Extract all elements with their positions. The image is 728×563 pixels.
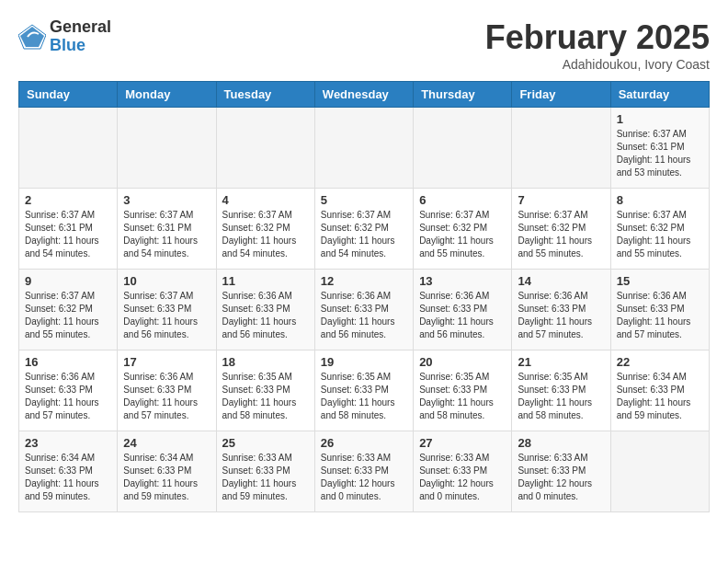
day-number: 28	[518, 436, 604, 450]
calendar-cell	[512, 108, 610, 189]
day-info: Sunrise: 6:33 AM Sunset: 6:33 PM Dayligh…	[321, 452, 407, 503]
svg-marker-0	[20, 27, 44, 47]
calendar-cell	[314, 108, 413, 189]
day-info: Sunrise: 6:36 AM Sunset: 6:33 PM Dayligh…	[419, 290, 506, 341]
day-info: Sunrise: 6:34 AM Sunset: 6:33 PM Dayligh…	[25, 452, 111, 503]
day-info: Sunrise: 6:37 AM Sunset: 6:33 PM Dayligh…	[123, 290, 210, 341]
day-info: Sunrise: 6:37 AM Sunset: 6:31 PM Dayligh…	[123, 209, 210, 260]
logo: General Blue	[18, 18, 111, 55]
day-info: Sunrise: 6:37 AM Sunset: 6:32 PM Dayligh…	[222, 209, 309, 260]
day-number: 1	[617, 112, 703, 126]
day-info: Sunrise: 6:37 AM Sunset: 6:32 PM Dayligh…	[617, 209, 703, 260]
day-number: 18	[222, 355, 309, 369]
calendar-cell: 11Sunrise: 6:36 AM Sunset: 6:33 PM Dayli…	[216, 270, 314, 350]
day-info: Sunrise: 6:37 AM Sunset: 6:32 PM Dayligh…	[518, 209, 604, 260]
day-number: 11	[222, 274, 309, 288]
calendar-cell	[19, 108, 118, 189]
weekday-header-tuesday: Tuesday	[216, 82, 314, 108]
day-info: Sunrise: 6:33 AM Sunset: 6:33 PM Dayligh…	[222, 452, 309, 503]
calendar-cell	[216, 108, 314, 189]
calendar-week-row: 1Sunrise: 6:37 AM Sunset: 6:31 PM Daylig…	[19, 108, 710, 189]
day-info: Sunrise: 6:36 AM Sunset: 6:33 PM Dayligh…	[617, 290, 703, 341]
day-info: Sunrise: 6:36 AM Sunset: 6:33 PM Dayligh…	[321, 290, 407, 341]
calendar-cell: 26Sunrise: 6:33 AM Sunset: 6:33 PM Dayli…	[314, 431, 413, 512]
weekday-header-row: SundayMondayTuesdayWednesdayThursdayFrid…	[19, 82, 710, 108]
day-number: 13	[419, 274, 506, 288]
day-number: 16	[25, 355, 111, 369]
calendar-cell: 16Sunrise: 6:36 AM Sunset: 6:33 PM Dayli…	[19, 350, 118, 431]
calendar-cell: 3Sunrise: 6:37 AM Sunset: 6:31 PM Daylig…	[118, 189, 216, 270]
day-number: 20	[419, 355, 506, 369]
day-number: 15	[617, 274, 703, 288]
day-number: 7	[518, 193, 604, 207]
calendar-cell: 1Sunrise: 6:37 AM Sunset: 6:31 PM Daylig…	[610, 108, 709, 189]
calendar-cell: 14Sunrise: 6:36 AM Sunset: 6:33 PM Dayli…	[512, 270, 610, 350]
calendar-cell: 8Sunrise: 6:37 AM Sunset: 6:32 PM Daylig…	[610, 189, 709, 270]
day-number: 27	[419, 436, 506, 450]
day-number: 2	[25, 193, 111, 207]
weekday-header-wednesday: Wednesday	[314, 82, 413, 108]
logo-blue: Blue	[50, 37, 111, 55]
calendar-cell: 24Sunrise: 6:34 AM Sunset: 6:33 PM Dayli…	[118, 431, 216, 512]
calendar-cell: 23Sunrise: 6:34 AM Sunset: 6:33 PM Dayli…	[19, 431, 118, 512]
day-number: 23	[25, 436, 111, 450]
day-info: Sunrise: 6:36 AM Sunset: 6:33 PM Dayligh…	[518, 290, 604, 341]
calendar-cell: 9Sunrise: 6:37 AM Sunset: 6:32 PM Daylig…	[19, 270, 118, 350]
calendar-week-row: 16Sunrise: 6:36 AM Sunset: 6:33 PM Dayli…	[19, 350, 710, 431]
logo-general: General	[50, 18, 111, 37]
weekday-header-saturday: Saturday	[610, 82, 709, 108]
calendar-cell: 17Sunrise: 6:36 AM Sunset: 6:33 PM Dayli…	[118, 350, 216, 431]
weekday-header-sunday: Sunday	[19, 82, 118, 108]
day-number: 22	[617, 355, 703, 369]
day-number: 17	[123, 355, 210, 369]
calendar-cell: 19Sunrise: 6:35 AM Sunset: 6:33 PM Dayli…	[314, 350, 413, 431]
calendar-cell: 13Sunrise: 6:36 AM Sunset: 6:33 PM Dayli…	[414, 270, 512, 350]
calendar-table: SundayMondayTuesdayWednesdayThursdayFrid…	[18, 81, 710, 512]
day-info: Sunrise: 6:37 AM Sunset: 6:32 PM Dayligh…	[321, 209, 407, 260]
day-info: Sunrise: 6:36 AM Sunset: 6:33 PM Dayligh…	[25, 371, 111, 422]
day-info: Sunrise: 6:37 AM Sunset: 6:32 PM Dayligh…	[25, 290, 111, 341]
calendar-cell	[610, 431, 709, 512]
calendar-cell	[414, 108, 512, 189]
day-info: Sunrise: 6:35 AM Sunset: 6:33 PM Dayligh…	[518, 371, 604, 422]
day-number: 8	[617, 193, 703, 207]
day-info: Sunrise: 6:33 AM Sunset: 6:33 PM Dayligh…	[419, 452, 506, 503]
logo-text: General Blue	[50, 18, 111, 55]
calendar-cell: 22Sunrise: 6:34 AM Sunset: 6:33 PM Dayli…	[610, 350, 709, 431]
page-header: General Blue February 2025 Adahidoukou, …	[18, 18, 710, 72]
calendar-cell: 18Sunrise: 6:35 AM Sunset: 6:33 PM Dayli…	[216, 350, 314, 431]
logo-icon	[18, 23, 46, 51]
day-number: 9	[25, 274, 111, 288]
calendar-cell: 7Sunrise: 6:37 AM Sunset: 6:32 PM Daylig…	[512, 189, 610, 270]
day-number: 25	[222, 436, 309, 450]
calendar-cell: 28Sunrise: 6:33 AM Sunset: 6:33 PM Dayli…	[512, 431, 610, 512]
day-number: 5	[321, 193, 407, 207]
day-number: 19	[321, 355, 407, 369]
day-info: Sunrise: 6:37 AM Sunset: 6:31 PM Dayligh…	[25, 209, 111, 260]
calendar-week-row: 9Sunrise: 6:37 AM Sunset: 6:32 PM Daylig…	[19, 270, 710, 350]
calendar-cell: 12Sunrise: 6:36 AM Sunset: 6:33 PM Dayli…	[314, 270, 413, 350]
weekday-header-thursday: Thursday	[414, 82, 512, 108]
month-title: February 2025	[485, 18, 710, 57]
day-number: 3	[123, 193, 210, 207]
day-number: 21	[518, 355, 604, 369]
calendar-cell: 20Sunrise: 6:35 AM Sunset: 6:33 PM Dayli…	[414, 350, 512, 431]
calendar-cell: 6Sunrise: 6:37 AM Sunset: 6:32 PM Daylig…	[414, 189, 512, 270]
calendar-cell: 27Sunrise: 6:33 AM Sunset: 6:33 PM Dayli…	[414, 431, 512, 512]
calendar-cell: 4Sunrise: 6:37 AM Sunset: 6:32 PM Daylig…	[216, 189, 314, 270]
weekday-header-friday: Friday	[512, 82, 610, 108]
day-info: Sunrise: 6:35 AM Sunset: 6:33 PM Dayligh…	[222, 371, 309, 422]
day-number: 12	[321, 274, 407, 288]
calendar-cell	[118, 108, 216, 189]
day-info: Sunrise: 6:37 AM Sunset: 6:31 PM Dayligh…	[617, 128, 703, 179]
calendar-week-row: 23Sunrise: 6:34 AM Sunset: 6:33 PM Dayli…	[19, 431, 710, 512]
day-info: Sunrise: 6:36 AM Sunset: 6:33 PM Dayligh…	[222, 290, 309, 341]
day-number: 26	[321, 436, 407, 450]
day-info: Sunrise: 6:34 AM Sunset: 6:33 PM Dayligh…	[617, 371, 703, 422]
day-info: Sunrise: 6:33 AM Sunset: 6:33 PM Dayligh…	[518, 452, 604, 503]
calendar-cell: 10Sunrise: 6:37 AM Sunset: 6:33 PM Dayli…	[118, 270, 216, 350]
day-number: 4	[222, 193, 309, 207]
title-block: February 2025 Adahidoukou, Ivory Coast	[485, 18, 710, 72]
day-info: Sunrise: 6:36 AM Sunset: 6:33 PM Dayligh…	[123, 371, 210, 422]
day-number: 6	[419, 193, 506, 207]
